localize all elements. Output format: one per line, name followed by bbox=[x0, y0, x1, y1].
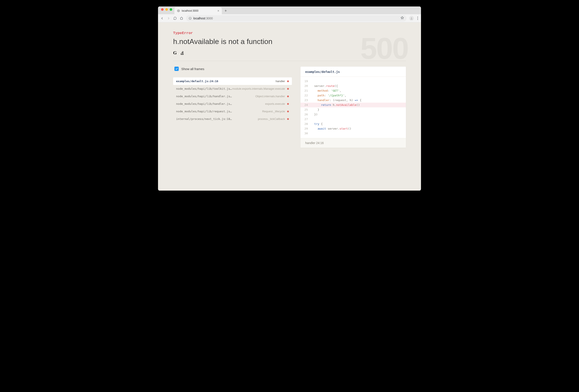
window-controls bbox=[160, 8, 174, 12]
stack-frame[interactable]: internal/process/next_tick.js:189:7proce… bbox=[173, 115, 292, 123]
stack-frame[interactable]: node_modules/hapi/lib/toolkit.js:35:106m… bbox=[173, 85, 292, 92]
code-line: 28 try { bbox=[300, 122, 406, 126]
frame-location: examples/default.js:24:16 bbox=[176, 79, 218, 83]
frame-function: module.exports.internals.Manager.execute bbox=[232, 87, 289, 90]
code-content: try { bbox=[311, 122, 406, 126]
browser-window: localhost:3000 × + localhost:3000 bbox=[158, 6, 421, 191]
frame-location: internal/process/next_tick.js:189:7 bbox=[176, 117, 232, 121]
error-page: 500 TypeError h.notAvailable is not a fu… bbox=[158, 22, 421, 191]
error-message: h.notAvailable is not a function bbox=[173, 37, 406, 46]
code-footer: handler 24:16 bbox=[300, 138, 406, 148]
error-type: TypeError bbox=[173, 31, 406, 35]
line-number: 28 bbox=[300, 122, 311, 126]
code-line: 21 method: 'GET', bbox=[300, 88, 406, 93]
google-search-link[interactable]: G bbox=[173, 50, 177, 56]
browser-menu-button[interactable] bbox=[417, 16, 419, 21]
checkbox-icon bbox=[174, 67, 179, 71]
svg-point-0 bbox=[177, 10, 180, 12]
frame-location: node_modules/hapi/lib/handler.js:50:48 bbox=[176, 95, 232, 98]
code-line: 26 }) bbox=[300, 112, 406, 117]
code-line: 25 } bbox=[300, 107, 406, 112]
address-bar[interactable]: localhost:3000 bbox=[186, 15, 407, 21]
line-number: 24 bbox=[300, 103, 311, 107]
close-tab-icon[interactable]: × bbox=[217, 9, 219, 12]
frame-function: handler bbox=[276, 79, 289, 83]
code-content: }) bbox=[311, 112, 406, 117]
status-code: 500 bbox=[360, 31, 408, 66]
browser-toolbar: localhost:3000 bbox=[158, 14, 421, 22]
breakpoint-dot-icon bbox=[287, 88, 289, 90]
code-content: return h.notAvailable() bbox=[311, 103, 406, 107]
line-number: 25 bbox=[300, 107, 311, 112]
line-number: 26 bbox=[300, 112, 311, 117]
stack-frame[interactable]: node_modules/hapi/lib/handler.js:50:48Ob… bbox=[173, 92, 292, 100]
line-number: 27 bbox=[300, 117, 311, 122]
stack-frame[interactable]: node_modules/hapi/lib/request.js:263:62R… bbox=[173, 108, 292, 115]
info-icon bbox=[189, 17, 192, 20]
code-preview-panel: examples/default.js 1920 server.route({2… bbox=[300, 67, 406, 148]
code-line: 30 bbox=[300, 131, 406, 136]
frame-location: node_modules/hapi/lib/toolkit.js:35:106 bbox=[176, 87, 232, 90]
profile-avatar[interactable] bbox=[409, 16, 414, 21]
code-content: } bbox=[311, 107, 406, 112]
code-content: handler: (request, h) => { bbox=[311, 98, 406, 103]
frame-function: process._tickCallback bbox=[258, 117, 289, 121]
show-all-frames-toggle[interactable]: Show all frames bbox=[173, 67, 292, 71]
tab-strip: localhost:3000 × + bbox=[158, 6, 421, 14]
line-number: 22 bbox=[300, 93, 311, 98]
url-text: localhost:3000 bbox=[193, 17, 213, 20]
frame-function: Object.internals.handler bbox=[255, 95, 289, 98]
code-line: 19 bbox=[300, 79, 406, 84]
breakpoint-dot-icon bbox=[287, 80, 289, 82]
svg-point-1 bbox=[178, 10, 179, 11]
code-content: path: '/{path*}', bbox=[311, 93, 406, 98]
line-number: 21 bbox=[300, 88, 311, 93]
line-number: 30 bbox=[300, 131, 311, 136]
frame-function: exports.execute bbox=[265, 102, 289, 105]
home-button[interactable] bbox=[180, 16, 183, 20]
code-line: 20 server.route({ bbox=[300, 84, 406, 88]
line-number: 29 bbox=[300, 126, 311, 131]
breakpoint-dot-icon bbox=[287, 118, 289, 120]
breakpoint-dot-icon bbox=[287, 111, 289, 112]
close-window-button[interactable] bbox=[161, 8, 164, 11]
code-line: 27 bbox=[300, 117, 406, 122]
code-line: 23 handler: (request, h) => { bbox=[300, 98, 406, 103]
code-content bbox=[311, 79, 406, 84]
tab-title: localhost:3000 bbox=[182, 9, 198, 12]
code-content: server.route({ bbox=[311, 84, 406, 88]
stack-frame[interactable]: node_modules/hapi/lib/handler.js:35:36ex… bbox=[173, 100, 292, 108]
line-number: 20 bbox=[300, 84, 311, 88]
forward-button[interactable] bbox=[167, 16, 170, 20]
code-line: 22 path: '/{path*}', bbox=[300, 93, 406, 98]
breakpoint-dot-icon bbox=[287, 103, 289, 105]
breakpoint-dot-icon bbox=[287, 95, 289, 97]
show-all-frames-label: Show all frames bbox=[181, 67, 204, 71]
svg-point-3 bbox=[411, 17, 412, 18]
frame-function: Request._lifecycle bbox=[262, 110, 289, 113]
code-content bbox=[311, 131, 406, 136]
line-number: 23 bbox=[300, 98, 311, 103]
maximize-window-button[interactable] bbox=[170, 8, 172, 11]
code-content: await server.start() bbox=[311, 126, 406, 131]
search-links: G bbox=[173, 50, 406, 56]
code-file-name: examples/default.js bbox=[300, 67, 406, 77]
code-line: 29 await server.start() bbox=[300, 126, 406, 131]
back-button[interactable] bbox=[160, 16, 164, 20]
code-content bbox=[311, 117, 406, 122]
stack-frame[interactable]: examples/default.js:24:16handler bbox=[173, 78, 292, 85]
frame-location: node_modules/hapi/lib/request.js:263:62 bbox=[176, 110, 232, 113]
new-tab-button[interactable]: + bbox=[223, 8, 229, 14]
code-content: method: 'GET', bbox=[311, 88, 406, 93]
reload-button[interactable] bbox=[173, 16, 177, 20]
bookmark-icon[interactable] bbox=[401, 16, 404, 20]
line-number: 19 bbox=[300, 79, 311, 84]
browser-tab[interactable]: localhost:3000 × bbox=[174, 7, 222, 14]
stackoverflow-link[interactable] bbox=[180, 50, 184, 55]
stack-frames-panel: Show all frames examples/default.js:24:1… bbox=[173, 67, 292, 148]
favicon-icon bbox=[177, 9, 180, 12]
frame-location: node_modules/hapi/lib/handler.js:35:36 bbox=[176, 102, 232, 105]
minimize-window-button[interactable] bbox=[165, 8, 168, 11]
code-line: 24 return h.notAvailable() bbox=[300, 103, 406, 107]
